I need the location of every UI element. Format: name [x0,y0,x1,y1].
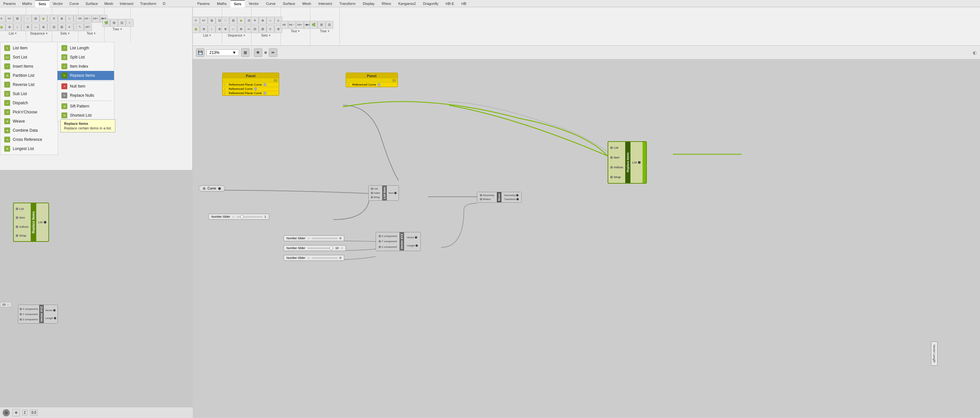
icon-sets6[interactable]: ⊞ [58,23,66,31]
replace-items-node-left[interactable]: List Item Indices Wrap Replace Items Lis… [13,203,49,242]
r-icon-tree1[interactable]: 🌿 [310,21,318,29]
icon-list7[interactable]: ↕ [13,23,21,31]
vp-pen-btn[interactable]: ✏ [269,48,277,57]
vp-eye-btn[interactable]: 👁 [254,48,262,57]
icon-tree4[interactable]: ↕ [126,19,134,27]
replace-items-node-right[interactable]: List Item Indices Wrap Replace Items Lis… [608,141,647,183]
menu-null-item[interactable]: ✕ Null Item [57,82,114,91]
tab-params-left[interactable]: Params [0,0,19,7]
vector-xyz-node-left[interactable]: X component Y component Z component Vect… [18,305,58,324]
icon-list3[interactable]: ⊞ [13,15,21,22]
tab-rhino-right[interactable]: Rhino [378,0,394,7]
panel-node-2[interactable]: Panel {0} 0 Referenced Curve [345,73,398,87]
menu-sub-list[interactable]: ◫ Sub List [0,89,58,98]
menu-replace-items[interactable]: ↻ Replace Items [57,71,114,80]
number-slider-1[interactable]: Number Slider ◇ 1 [208,214,269,220]
number-slider-3[interactable]: Number Slider 10 ◇ [283,245,346,251]
menu-sort-list[interactable]: AZ Sort List [0,53,58,62]
icon-text6[interactable]: AB? [84,23,92,31]
icon-text3[interactable]: AB+ [92,15,100,22]
menu-split-list[interactable]: ⊟ Split List [57,53,114,62]
icon-seq3[interactable]: ◆ [40,15,48,22]
icon-list5[interactable]: ▣ [0,23,6,31]
curve-input-node[interactable]: Curve [199,185,225,191]
ns1-track[interactable] [237,216,262,218]
tab-mesh-right[interactable]: Mesh [299,0,315,7]
menu-partition-list[interactable]: ⊞ Partition List [0,71,58,80]
r-icon-seq5[interactable]: ⊕ [221,25,229,33]
menu-dispatch[interactable]: ⇒ Dispatch [0,98,58,107]
vp-save-btn[interactable]: 💾 [196,48,205,57]
list-item-node[interactable]: List Index Wrap List Item Item [369,185,399,201]
r-icon-sets2[interactable]: ⊕ [259,17,267,24]
circle-icon[interactable]: ⊙ [3,409,10,416]
menu-sift-pattern[interactable]: ⊕ Sift Pattern [57,102,114,111]
number-slider-2[interactable]: Number Slider ◇ 0 [283,235,344,241]
tab-transform-right[interactable]: Transform [336,0,359,7]
icon-list6[interactable]: ⊕ [6,23,13,31]
tab-maths-left[interactable]: Maths [19,0,35,7]
menu-replace-nulls[interactable]: ↻ Replace Nulls [57,91,114,100]
tab-intersect-right[interactable]: Intersect [315,0,335,7]
menu-combine-data[interactable]: ⊗ Combine Data [0,126,58,135]
tab-kangaroo-right[interactable]: Kangaroo2 [395,0,419,7]
icon-sets5[interactable]: ⊟ [50,23,58,31]
icon-text1[interactable]: AB [76,15,84,22]
r-icon-sets6[interactable]: ⊞ [259,25,267,33]
icon-sets1[interactable]: ✕ [50,15,58,22]
tab-curve-right[interactable]: Curve [262,0,278,7]
tab-dragonfly-right[interactable]: Dragonfly [420,0,442,7]
icon-sets2[interactable]: ⊕ [58,15,66,22]
tab-d-left[interactable]: D [159,0,169,7]
ns3-track[interactable] [307,247,334,249]
icon-seq2[interactable]: ⊞ [32,15,40,22]
r-icon-sets3[interactable]: ∩ [267,17,274,24]
r-icon-seq2[interactable]: ⊞ [229,17,237,24]
ns1-thumb[interactable] [240,215,244,218]
tab-curve-left[interactable]: Curve [66,0,82,7]
r-icon-seq1[interactable]: ∷ [221,17,229,24]
ns3-thumb[interactable] [329,246,333,250]
menu-picknchoose[interactable]: ☑ Pick'n'Choose [0,107,58,116]
r-icon-text3[interactable]: AB+ [296,21,304,29]
r-icon-list1[interactable]: ≡ [192,17,200,24]
tab-intersect-left[interactable]: Intersect [116,0,137,7]
icon-tree3[interactable]: ⊟ [118,19,126,27]
r-icon-tree2[interactable]: ⊞ [318,21,325,29]
tab-sets-left[interactable]: Sets [35,0,49,7]
tab-vector-right[interactable]: Vector [245,0,262,7]
r-icon-sets7[interactable]: ≡ [267,25,274,33]
r-icon-list6[interactable]: ⊕ [200,25,208,33]
icon-list1[interactable]: ≡ [0,15,6,22]
icon-seq6[interactable]: ↔ [32,23,40,31]
r-icon-seq6[interactable]: ↔ [229,25,237,33]
r-icon-list5[interactable]: ▣ [192,25,200,33]
icon-list2[interactable]: AZ [6,15,13,22]
vp-extents-btn[interactable]: ⊞ [241,48,250,57]
settings-icon-left[interactable]: ⚙ [13,409,20,416]
vp-zoom-display[interactable]: 213% ▼ [207,49,239,56]
tab-maths-right[interactable]: Maths [214,0,230,7]
icon-seq7[interactable]: ⊗ [40,23,48,31]
r-icon-text1[interactable]: AB [280,21,288,29]
menu-cross-reference[interactable]: ✕ Cross Reference [0,135,58,144]
panel-node-1[interactable]: Panel {0} 0 Referenced Planar Curve 1 Re… [222,73,279,96]
r-icon-text2[interactable]: AB↔ [288,21,296,29]
vector-xyz-node-right[interactable]: X component Y component Z component Vect… [375,232,421,251]
icon-sets3[interactable]: ∩ [66,15,73,22]
icon-text2[interactable]: AB↔ [84,15,92,22]
menu-shortest-list[interactable]: ⊟ Shortest List [57,111,114,120]
number-input-left[interactable]: 10 ◇ [0,302,11,307]
tab-hb-right[interactable]: HB [458,0,469,7]
r-icon-seq7[interactable]: ⊗ [237,25,245,33]
menu-list-length[interactable]: ⌗ List Length [57,43,114,53]
icon-seq5[interactable]: ⊕ [24,23,32,31]
tab-transform-left[interactable]: Transform [137,0,160,7]
menu-longest-list[interactable]: ⊞ Longest List [0,144,58,153]
menu-weave[interactable]: ⊕ Weave [0,116,58,126]
r-icon-seq3[interactable]: ◆ [237,17,245,24]
tab-params-right[interactable]: Params [194,0,213,7]
icon-seq1[interactable]: ∷ [24,15,32,22]
menu-item-index[interactable]: # Item Index [57,62,114,71]
r-icon-list3[interactable]: ⊞ [208,17,216,24]
